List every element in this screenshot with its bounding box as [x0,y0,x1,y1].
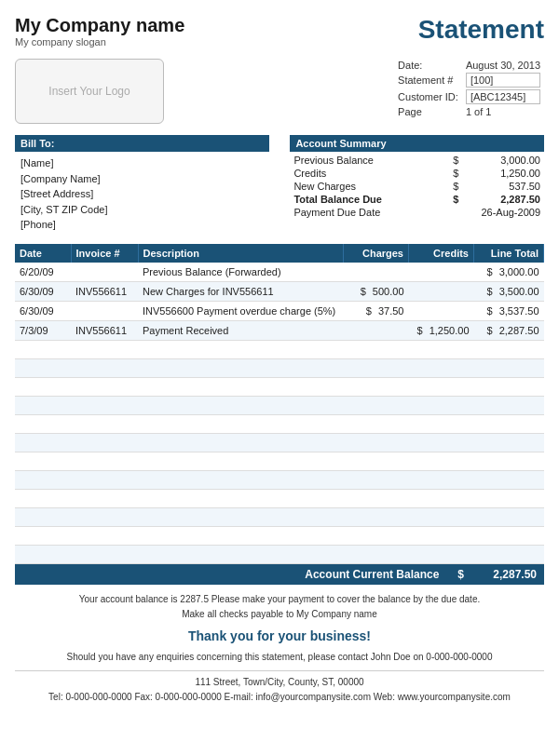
bill-to-block: Bill To: [Name] [Company Name] [Street A… [15,135,269,235]
col-charges: Charges [344,244,409,263]
summary-new-charges-amount: 537.50 [462,180,544,193]
footer-balance-label: Account Current Balance [305,568,439,581]
account-summary-block: Account Summary Previous Balance $ 3,000… [290,135,544,235]
table-row-empty [15,452,544,470]
col-date: Date [15,244,71,263]
cell-date: 6/30/09 [15,281,71,301]
cell-line-total: $ 3,000.00 [474,263,544,282]
table-row-empty [15,545,544,563]
table-row: 6/30/09 INV556611 New Charges for INV556… [15,281,544,301]
footer-company-info: 111 Street, Town/City, County, ST, 00000… [15,670,544,705]
cell-charges [344,263,409,282]
cell-invoice [71,301,138,320]
cell-credits [409,281,474,301]
cell-description: New Charges for INV556611 [138,281,344,301]
summary-credits-label: Credits [290,167,440,180]
summary-credits-amount: 1,250.00 [462,167,544,180]
customer-value: [ABC12345] [462,88,544,105]
cell-description: Payment Received [138,320,344,340]
cell-description: INV556600 Payment overdue charge (5%) [138,301,344,320]
table-row-empty [15,489,544,507]
summary-total-currency: $ [440,193,462,206]
table-row-empty [15,433,544,452]
transactions-section: Date Invoice # Description Charges Credi… [15,244,544,564]
summary-prev-amount: 3,000.00 [462,154,544,167]
col-description: Description [138,244,344,263]
footer-contact: Tel: 0-000-000-0000 Fax: 0-000-000-0000 … [15,690,544,705]
footer-address: 111 Street, Town/City, County, ST, 00000 [15,675,544,690]
statement-title: Statement [418,15,544,45]
summary-row-credits: Credits $ 1,250.00 [290,167,544,180]
footer-line1: Your account balance is 2287.5 Please ma… [15,592,544,607]
footer-enquiries: Should you have any enquiries concerning… [15,650,544,665]
cell-line-total: $ 3,500.00 [474,281,544,301]
table-row-empty [15,526,544,545]
cell-date: 7/3/09 [15,320,71,340]
footer-balance-currency: $ [457,568,464,581]
summary-due-date-value: 26-Aug-2009 [440,206,544,219]
table-header-row: Date Invoice # Description Charges Credi… [15,244,544,263]
table-row-empty [15,396,544,414]
table-row-empty [15,358,544,377]
cell-date: 6/30/09 [15,301,71,320]
table-row: 6/20/09 Previous Balance (Forwarded) $ 3… [15,263,544,282]
bill-summary-row: Bill To: [Name] [Company Name] [Street A… [15,135,544,235]
cell-credits: $ 1,250.00 [409,320,474,340]
bill-to-city: [City, ST ZIP Code] [20,202,264,218]
date-value: August 30, 2013 [462,59,544,72]
bill-to-header: Bill To: [15,135,269,152]
col-credits: Credits [409,244,474,263]
table-row-empty [15,340,544,358]
footer-line2: Make all checks payable to My Company na… [15,607,544,622]
table-row-empty [15,470,544,489]
footer-balance-row: Account Current Balance $ 2,287.50 [15,564,544,585]
table-row-empty [15,507,544,526]
table-row: 6/30/09 INV556600 Payment overdue charge… [15,301,544,320]
table-row-empty [15,377,544,396]
summary-row-new-charges: New Charges $ 537.50 [290,180,544,193]
footer-balance-amount: 2,287.50 [471,568,537,581]
summary-row-due-date: Payment Due Date 26-Aug-2009 [290,206,544,219]
company-slogan: My company slogan [15,36,184,47]
summary-new-charges-currency: $ [440,180,462,193]
cell-credits [409,263,474,282]
cell-charges: $ 500.00 [344,281,409,301]
cell-line-total: $ 3,537.50 [474,301,544,320]
company-name: My Company name [15,15,184,36]
table-row: 7/3/09 INV556611 Payment Received $ 1,25… [15,320,544,340]
cell-line-total: $ 2,287.50 [474,320,544,340]
summary-total-amount: 2,287.50 [462,193,544,206]
cell-charges [344,320,409,340]
cell-date: 6/20/09 [15,263,71,282]
footer-notes: Your account balance is 2287.5 Please ma… [15,592,544,705]
customer-label: Customer ID: [394,88,462,105]
bill-to-address: [Street Address] [20,186,264,202]
summary-new-charges-label: New Charges [290,180,440,193]
col-invoice: Invoice # [71,244,138,263]
statement-value: [100] [462,72,544,88]
cell-invoice [71,263,138,282]
account-summary-table: Previous Balance $ 3,000.00 Credits $ 1,… [290,154,544,219]
col-line-total: Line Total [474,244,544,263]
cell-description: Previous Balance (Forwarded) [138,263,344,282]
cell-charges: $ 37.50 [344,301,409,320]
date-label: Date: [394,59,462,72]
summary-due-date-label: Payment Due Date [290,206,440,219]
summary-prev-label: Previous Balance [290,154,440,167]
cell-invoice: INV556611 [71,320,138,340]
info-table: Date: August 30, 2013 Statement # [100] … [394,59,544,124]
summary-credits-currency: $ [440,167,462,180]
company-block: My Company name My company slogan [15,15,184,47]
bill-to-phone: [Phone] [20,217,264,233]
page-label: Page [394,105,462,118]
transactions-table: Date Invoice # Description Charges Credi… [15,244,544,564]
account-summary-header: Account Summary [290,135,544,152]
statement-label: Statement # [394,72,462,88]
cell-credits [409,301,474,320]
footer-thank-you: Thank you for your business! [15,626,544,646]
bill-to-name: [Name] [20,155,264,171]
page-value: 1 of 1 [462,105,544,118]
logo-info-row: Insert Your Logo Date: August 30, 2013 S… [15,59,544,124]
page-header: My Company name My company slogan Statem… [15,15,544,47]
summary-prev-currency: $ [440,154,462,167]
